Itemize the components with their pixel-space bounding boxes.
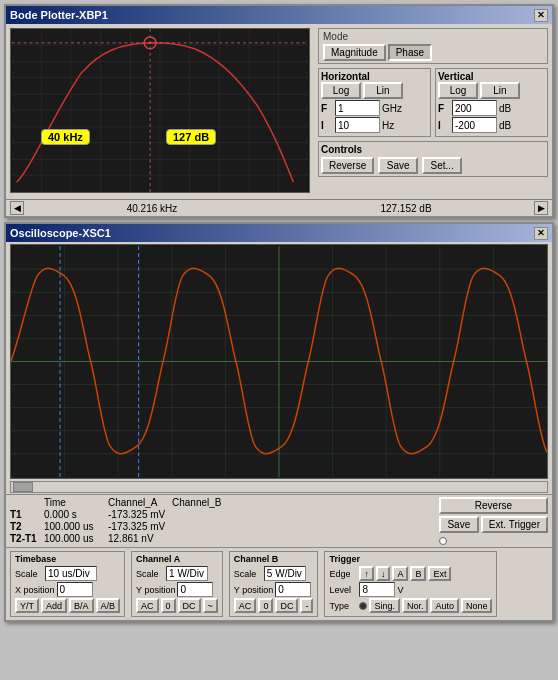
- osc-t2-label: T2: [10, 521, 40, 532]
- vert-f-label: F: [438, 103, 450, 114]
- osc-t2-cha: -173.325 mV: [108, 521, 168, 532]
- horiz-i-input[interactable]: [335, 117, 380, 133]
- chb-scale-input[interactable]: [264, 566, 306, 581]
- bode-plotter-window: Bode Plotter-XBP1 ✕: [4, 4, 554, 218]
- vert-label: Vertical: [438, 71, 545, 82]
- horiz-log-btn[interactable]: Log: [321, 82, 361, 99]
- trigger-level-input[interactable]: [359, 582, 395, 597]
- set-button[interactable]: Set...: [422, 157, 462, 174]
- horiz-f-input[interactable]: [335, 100, 380, 116]
- horiz-vert-group: Horizontal Log Lin F GHz I Hz: [318, 68, 548, 137]
- bode-title: Bode Plotter-XBP1: [10, 9, 108, 21]
- chb-scale-label: Scale: [234, 569, 262, 579]
- reverse-button[interactable]: Reverse: [321, 157, 374, 174]
- osc-t1-row: T1 0.000 s -173.325 mV: [10, 509, 232, 520]
- osc-timing-col: Time Channel_A Channel_B T1 0.000 s -173…: [10, 497, 232, 545]
- bode-freq-label: 40 kHz: [41, 129, 90, 145]
- chb-dc-button[interactable]: DC: [275, 598, 298, 613]
- osc-title: Oscilloscope-XSC1: [10, 227, 111, 239]
- osc-header-row: Time Channel_A Channel_B: [10, 497, 232, 508]
- trigger-level-unit: V: [397, 585, 403, 595]
- osc-waveform-svg: [11, 245, 547, 478]
- chb-zero-button[interactable]: 0: [258, 598, 273, 613]
- osc-plot-area: [10, 244, 548, 479]
- chb-inv-button[interactable]: -: [300, 598, 313, 613]
- osc-data-panel: Time Channel_A Channel_B T1 0.000 s -173…: [6, 494, 552, 547]
- chb-ac-button[interactable]: AC: [234, 598, 257, 613]
- save-button[interactable]: Save: [378, 157, 418, 174]
- timebase-group: Timebase Scale X position Y/T Add B/A A/…: [10, 551, 125, 617]
- osc-ext-trigger-button[interactable]: Ext. Trigger: [481, 516, 548, 533]
- chb-ypos-row: Y position: [234, 582, 314, 597]
- timebase-scale-input[interactable]: [45, 566, 97, 581]
- osc-t2t1-cha: 12.861 nV: [108, 533, 168, 544]
- trigger-edge-down[interactable]: ↓: [376, 566, 391, 581]
- phase-button[interactable]: Phase: [388, 44, 432, 61]
- magnitude-button[interactable]: Magnitude: [323, 44, 386, 61]
- timebase-scale-label: Scale: [15, 569, 43, 579]
- vert-f-row: F dB: [438, 100, 545, 116]
- vert-f-unit: dB: [499, 103, 527, 114]
- osc-bottom-controls: Timebase Scale X position Y/T Add B/A A/…: [6, 547, 552, 620]
- vert-lin-btn[interactable]: Lin: [480, 82, 520, 99]
- trigger-edge-up[interactable]: ↑: [359, 566, 374, 581]
- chb-ypos-input[interactable]: [275, 582, 311, 597]
- osc-t2t1-row: T2-T1 100.000 us 12.861 nV: [10, 533, 232, 544]
- trigger-label: Trigger: [329, 554, 492, 564]
- cha-scale-input[interactable]: [166, 566, 208, 581]
- bode-status-db: 127.152 dB: [280, 203, 532, 214]
- horiz-f-unit: GHz: [382, 103, 410, 114]
- cha-scale-label: Scale: [136, 569, 164, 579]
- osc-scrollbar[interactable]: [10, 481, 548, 493]
- horiz-lin-btn[interactable]: Lin: [363, 82, 403, 99]
- trigger-ext[interactable]: Ext: [428, 566, 451, 581]
- trigger-nor-btn[interactable]: Nor.: [402, 598, 429, 613]
- trigger-level-row: Level V: [329, 582, 492, 597]
- vert-i-input[interactable]: [452, 117, 497, 133]
- trigger-none-btn[interactable]: None: [461, 598, 493, 613]
- osc-t1-time: 0.000 s: [44, 509, 104, 520]
- cha-ypos-row: Y position: [136, 582, 218, 597]
- osc-cha-header: Channel_A: [108, 497, 168, 508]
- trigger-ch-a[interactable]: A: [392, 566, 408, 581]
- oscilloscope-window: Oscilloscope-XSC1 ✕: [4, 222, 554, 622]
- osc-t2t1-label: T2-T1: [10, 533, 40, 544]
- trigger-edge-label: Edge: [329, 569, 357, 579]
- osc-save-button[interactable]: Save: [439, 516, 479, 533]
- scrollbar-thumb[interactable]: [13, 482, 33, 492]
- trigger-sing-btn[interactable]: Sing.: [369, 598, 400, 613]
- cha-ac-button[interactable]: AC: [136, 598, 159, 613]
- bode-content: 40 kHz 127 dB Mode Magnitude Phase Horiz…: [6, 24, 552, 199]
- cha-zero-button[interactable]: 0: [161, 598, 176, 613]
- timebase-xpos-row: X position: [15, 582, 120, 597]
- cha-ypos-input[interactable]: [177, 582, 213, 597]
- bode-close-button[interactable]: ✕: [534, 9, 548, 22]
- channel-b-label: Channel B: [234, 554, 314, 564]
- mode-label: Mode: [323, 31, 543, 42]
- bode-db-label: 127 dB: [166, 129, 216, 145]
- vert-log-btn[interactable]: Log: [438, 82, 478, 99]
- yt-button[interactable]: Y/T: [15, 598, 39, 613]
- mode-group: Mode Magnitude Phase: [318, 28, 548, 64]
- trigger-auto-btn[interactable]: Auto: [430, 598, 459, 613]
- osc-reverse-button[interactable]: Reverse: [439, 497, 548, 514]
- osc-title-bar: Oscilloscope-XSC1 ✕: [6, 224, 552, 242]
- ab-button[interactable]: A/B: [96, 598, 121, 613]
- add-button[interactable]: Add: [41, 598, 67, 613]
- bode-nav-left[interactable]: ◀: [10, 201, 24, 215]
- cha-inv-button[interactable]: ~: [203, 598, 218, 613]
- mode-buttons: Magnitude Phase: [323, 44, 543, 61]
- horiz-f-label: F: [321, 103, 333, 114]
- ba-button[interactable]: B/A: [69, 598, 94, 613]
- vert-f-input[interactable]: [452, 100, 497, 116]
- bode-grid-svg: [11, 29, 309, 192]
- cha-scale-row: Scale: [136, 566, 218, 581]
- ext-trigger-radio[interactable]: [439, 537, 447, 545]
- cha-dc-button[interactable]: DC: [178, 598, 201, 613]
- timebase-xpos-input[interactable]: [57, 582, 93, 597]
- chb-scale-row: Scale: [234, 566, 314, 581]
- trigger-ch-b[interactable]: B: [410, 566, 426, 581]
- trigger-type-label: Type: [329, 601, 357, 611]
- osc-close-button[interactable]: ✕: [534, 227, 548, 240]
- bode-nav-right[interactable]: ▶: [534, 201, 548, 215]
